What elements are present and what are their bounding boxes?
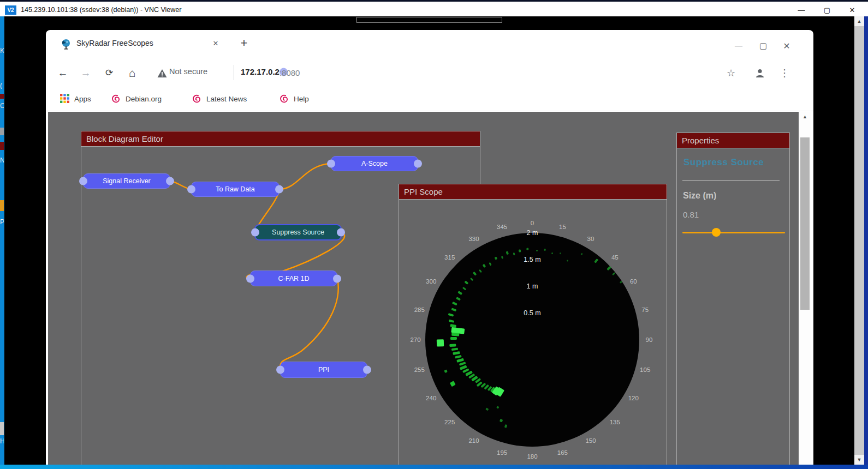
radar-angle-label: 135 [610, 419, 620, 425]
input-port[interactable] [187, 185, 195, 194]
input-port[interactable] [246, 274, 254, 282]
bookmark-latest-news[interactable]: Latest News [206, 93, 247, 105]
url-port: :8080 [280, 68, 288, 76]
desktop-icon-fragment: N [0, 157, 4, 164]
desktop-icon-fragment [0, 200, 4, 211]
vnc-window-right-edge [864, 16, 868, 465]
input-port[interactable] [327, 160, 335, 168]
debian-swirl-icon[interactable] [191, 94, 201, 104]
vnc-maximize-button[interactable]: ▢ [819, 4, 835, 16]
vnc-toolbar-tab[interactable] [356, 17, 502, 23]
radar-angle-label: 30 [587, 236, 594, 242]
radar-blip [449, 344, 456, 347]
bookmark-help[interactable]: Help [294, 93, 309, 105]
properties-titlebar[interactable]: Properties [677, 133, 789, 148]
radar-angle-label: 300 [426, 278, 436, 285]
node-label: PPI [281, 366, 367, 374]
output-port[interactable] [414, 160, 422, 168]
input-port[interactable] [276, 366, 284, 374]
page-content: Block Diagram Editor Signal ReceiverTo R… [48, 112, 799, 469]
desktop-icon-fragment [0, 128, 4, 135]
browser-toolbar: ← → ⟳ ⌂ Not secure 172.17.0.2:8080 ☆ [46, 58, 813, 87]
size-slider-thumb[interactable] [712, 228, 721, 237]
home-button[interactable]: ⌂ [124, 65, 140, 81]
radar-angle-label: 165 [557, 449, 568, 456]
browser-close-button[interactable]: ✕ [780, 41, 794, 51]
radar-range-label: 0.5 m [524, 309, 540, 317]
output-port[interactable] [166, 177, 174, 185]
vnc-window-bottom-edge [0, 465, 868, 469]
vnc-vertical-scrollbar[interactable]: ▲ ▼ [854, 16, 864, 465]
forward-button[interactable]: → [78, 65, 94, 81]
debian-swirl-icon[interactable] [278, 94, 288, 104]
address-bar[interactable]: 172.17.0.2:8080 [241, 67, 280, 76]
radar-angle-label: 60 [630, 278, 637, 285]
not-secure-warning-icon[interactable] [154, 65, 170, 81]
radar-angle-label: 210 [468, 437, 479, 444]
page-scrollbar-thumb[interactable] [800, 137, 810, 310]
security-status-text[interactable]: Not secure [169, 67, 207, 76]
node-label: A-Scope [331, 160, 418, 167]
tab-close-icon[interactable]: ✕ [210, 38, 222, 50]
reload-button[interactable]: ⟳ [101, 65, 117, 81]
vnc-window-left-edge: K(CNPH [0, 16, 4, 465]
node-suppress-source[interactable]: Suppress Source [254, 224, 342, 240]
output-port[interactable] [275, 185, 283, 194]
block-diagram-editor-titlebar[interactable]: Block Diagram Editor [81, 131, 480, 147]
node-to-raw-data[interactable]: To Raw Data [191, 182, 280, 197]
apps-grid-icon[interactable] [60, 94, 70, 104]
selected-node-name: Suppress Source [683, 157, 764, 168]
debian-swirl-icon[interactable] [110, 94, 120, 104]
desktop-icon-fragment [0, 142, 4, 150]
node-label: Signal Receiver [84, 177, 170, 185]
radar-angle-label: 120 [628, 395, 639, 401]
radar-angle-label: 195 [497, 449, 507, 456]
bookmark-star-icon[interactable]: ☆ [723, 65, 739, 81]
bookmark-debian-org[interactable]: Debian.org [126, 93, 162, 105]
radar-angle-label: 15 [559, 224, 566, 230]
radar-angle-label: 240 [426, 395, 436, 401]
desktop-icon-fragment: C [0, 103, 4, 109]
node-a-scope[interactable]: A-Scope [331, 156, 418, 171]
radar-angle-label: 330 [468, 236, 479, 242]
radar-angle-label: 90 [646, 336, 653, 343]
radar-range-label: 1.5 m [524, 256, 540, 263]
new-tab-button[interactable]: + [237, 36, 251, 50]
vnc-window-title: 145.239.10.101:38 (ssdev:38 (debian)) - … [21, 6, 181, 14]
vnc-titlebar[interactable]: V2 145.239.10.101:38 (ssdev:38 (debian))… [0, 0, 868, 16]
page-vertical-scrollbar[interactable]: ▲ [799, 112, 811, 469]
output-port[interactable] [337, 229, 345, 237]
radar-angle-label: 285 [414, 306, 425, 313]
page-scroll-up-icon[interactable]: ▲ [799, 114, 811, 119]
radar-angle-label: 270 [410, 336, 420, 343]
radar-angle-label: 255 [414, 366, 425, 373]
back-button[interactable]: ← [55, 65, 71, 81]
radar-blip [450, 337, 457, 340]
vnc-logo-icon: V2 [5, 5, 16, 15]
size-slider[interactable] [682, 232, 785, 233]
vnc-close-button[interactable]: ✕ [844, 4, 860, 16]
vnc-minimize-button[interactable]: — [793, 4, 810, 16]
browser-minimize-button[interactable]: — [732, 41, 746, 50]
tab-title[interactable]: SkyRadar FreeScopes [76, 39, 153, 47]
url-host: 172.17.0.2 [241, 67, 280, 76]
input-port[interactable] [251, 229, 259, 237]
output-port[interactable] [333, 274, 341, 282]
output-port[interactable] [363, 366, 371, 374]
profile-icon[interactable] [752, 65, 768, 81]
vnc-scroll-down-icon[interactable]: ▼ [854, 455, 864, 465]
node-ppi[interactable]: PPI [280, 362, 367, 378]
input-port[interactable] [79, 177, 87, 185]
vnc-scroll-up-icon[interactable]: ▲ [854, 16, 864, 26]
ppi-radar-display: 0153045607590105120135150165180195210225… [399, 184, 668, 469]
browser-menu-icon[interactable]: ⋮ [776, 65, 793, 81]
browser-maximize-button[interactable]: ▢ [756, 41, 770, 51]
radar-angle-label: 105 [640, 366, 650, 373]
node-signal-receiver[interactable]: Signal Receiver [83, 173, 170, 189]
browser-window: SkyRadar FreeScopes ✕ + — ▢ ✕ ← → ⟳ ⌂ No… [46, 30, 813, 469]
desktop-icon-fragment: K [0, 47, 4, 54]
node-c-far-1d[interactable]: C-FAR 1D [250, 270, 337, 286]
desktop-icon-fragment [0, 422, 4, 435]
bookmark-apps[interactable]: Apps [74, 93, 91, 105]
radar-range-label: 1 m [527, 282, 538, 290]
